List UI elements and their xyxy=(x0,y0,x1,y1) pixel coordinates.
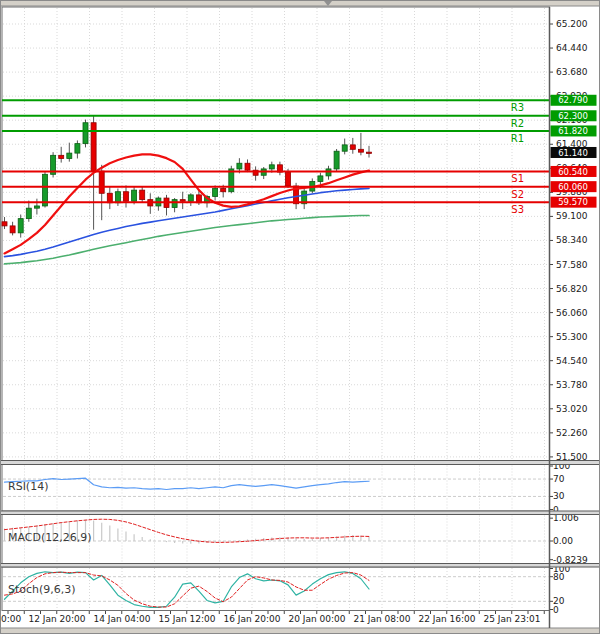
candle-body-up xyxy=(18,219,23,233)
candle-body-down xyxy=(358,149,363,152)
candle-body-down xyxy=(367,152,372,153)
level-price-badge-label: 60.060 xyxy=(558,182,588,192)
panel-splitter[interactable] xyxy=(0,461,600,465)
candle-body-down xyxy=(124,192,129,201)
price-axis-tick-label: 63.680 xyxy=(556,67,588,77)
level-name-label: R1 xyxy=(511,133,524,144)
candle-body-up xyxy=(269,165,274,169)
candle-body-down xyxy=(140,190,145,199)
candle-body-up xyxy=(115,192,120,203)
rsi-tick-label: 30 xyxy=(553,491,565,501)
candle-body-down xyxy=(286,172,291,186)
candle-body-up xyxy=(237,163,242,169)
rsi-label: RSI(14) xyxy=(8,480,48,493)
price-axis-tick-label: 52.260 xyxy=(556,428,588,438)
candle-body-down xyxy=(245,163,250,170)
level-price-badge-label: 60.540 xyxy=(558,167,588,177)
panel-splitter[interactable] xyxy=(0,511,600,515)
level-price-badge-label: 62.300 xyxy=(558,111,588,121)
stoch-tick-label: 80 xyxy=(553,572,565,582)
stoch-tick-label: 0 xyxy=(553,605,559,615)
time-axis-label: 22 Jan 16:00 xyxy=(419,614,476,624)
level-name-label: R3 xyxy=(511,102,524,113)
candle-body-down xyxy=(180,200,185,202)
trading-chart-window: 65.20064.44063.68062.92062.16061.40060.6… xyxy=(0,0,600,634)
level-price-badge-label: 62.790 xyxy=(558,95,588,105)
candle-body-down xyxy=(59,155,64,158)
price-axis-tick-label: 64.440 xyxy=(556,43,588,53)
candle-body-down xyxy=(10,226,15,233)
candle-body-down xyxy=(221,189,226,192)
level-name-label: S3 xyxy=(511,204,524,215)
candle-body-up xyxy=(67,153,72,158)
candle-body-up xyxy=(172,200,177,208)
candle-body-up xyxy=(26,208,31,218)
level-price-badge-label: 61.820 xyxy=(558,126,588,136)
level-name-label: R2 xyxy=(511,118,524,129)
level-price-badge-label: 59.570 xyxy=(558,197,588,207)
price-axis-tick-label: 55.300 xyxy=(556,332,588,342)
candle-body-down xyxy=(2,222,7,226)
candle-body-up xyxy=(75,144,80,153)
price-axis-tick-label: 56.060 xyxy=(556,308,588,318)
candle-body-down xyxy=(99,171,104,193)
price-axis-tick-label: 54.540 xyxy=(556,356,588,366)
candle-body-up xyxy=(132,190,137,201)
candle-body-up xyxy=(213,189,218,197)
price-axis-tick-label: 53.020 xyxy=(556,404,588,414)
stoch-label: Stoch(9,6,3) xyxy=(8,583,76,596)
time-axis-label: 16 Jan 20:00 xyxy=(224,614,281,624)
candle-body-down xyxy=(350,145,355,149)
time-axis-label: 12 Jan 20:00 xyxy=(29,614,86,624)
candle-body-up xyxy=(83,123,88,144)
time-axis-label: 21 Jan 08:00 xyxy=(354,614,411,624)
macd-label: MACD(12,26,9) xyxy=(8,531,92,544)
price-axis-tick-label: 56.820 xyxy=(556,284,588,294)
macd-tick-label: 0.00 xyxy=(553,536,573,546)
time-axis-label: 0:00 xyxy=(1,614,21,624)
panel-splitter[interactable] xyxy=(0,564,600,568)
price-axis-tick-label: 59.100 xyxy=(556,211,588,221)
candle-body-up xyxy=(318,176,323,182)
price-axis-tick-label: 57.580 xyxy=(556,260,588,270)
sto-panel-frame xyxy=(2,567,550,611)
rsi-tick-label: 70 xyxy=(553,474,565,484)
time-axis-label: 25 Jan 23:01 xyxy=(484,614,541,624)
candle-body-up xyxy=(334,151,339,169)
price-axis-tick-label: 58.340 xyxy=(556,235,588,245)
level-name-label: S2 xyxy=(511,189,524,200)
current-price-badge-label: 61.140 xyxy=(558,148,588,158)
candle-body-up xyxy=(34,206,39,208)
time-axis-label: 14 Jan 04:00 xyxy=(94,614,151,624)
level-name-label: S1 xyxy=(511,173,524,184)
candle-body-up xyxy=(188,195,193,201)
time-axis-label: 20 Jan 00:00 xyxy=(289,614,346,624)
rsi-panel-frame xyxy=(2,465,550,512)
price-axis-tick-label: 53.780 xyxy=(556,380,588,390)
main-panel-frame xyxy=(2,7,550,461)
price-axis-tick-label: 65.200 xyxy=(556,19,588,29)
time-axis-label: 15 Jan 12:00 xyxy=(159,614,216,624)
candle-body-up xyxy=(342,145,347,151)
